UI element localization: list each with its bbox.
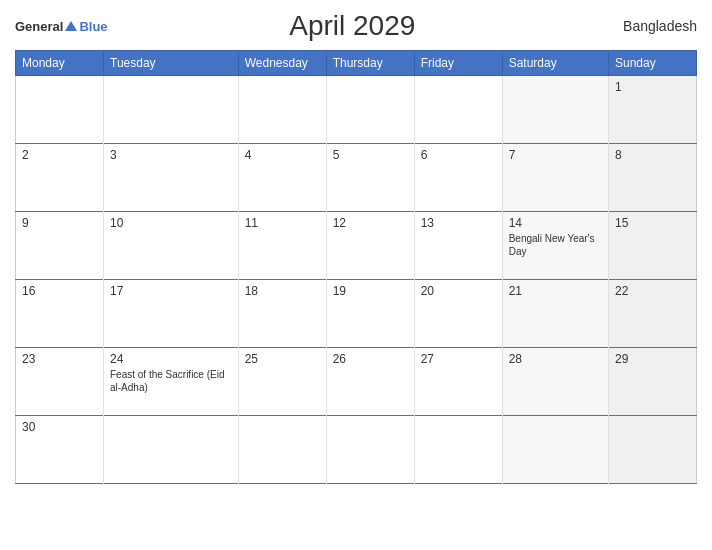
- day-number: 14: [509, 216, 602, 230]
- table-row: [326, 76, 414, 144]
- day-number: 7: [509, 148, 602, 162]
- table-row: 24Feast of the Sacrifice (Eid al-Adha): [104, 348, 239, 416]
- table-row: 26: [326, 348, 414, 416]
- day-number: 8: [615, 148, 690, 162]
- table-row: 29: [608, 348, 696, 416]
- table-row: 21: [502, 280, 608, 348]
- day-number: 26: [333, 352, 408, 366]
- table-row: 3: [104, 144, 239, 212]
- day-number: 2: [22, 148, 97, 162]
- table-row: 5: [326, 144, 414, 212]
- col-friday: Friday: [414, 51, 502, 76]
- day-number: 20: [421, 284, 496, 298]
- col-thursday: Thursday: [326, 51, 414, 76]
- table-row: 9: [16, 212, 104, 280]
- table-row: 16: [16, 280, 104, 348]
- table-row: [238, 416, 326, 484]
- day-number: 10: [110, 216, 232, 230]
- day-number: 18: [245, 284, 320, 298]
- calendar-table: Monday Tuesday Wednesday Thursday Friday…: [15, 50, 697, 484]
- calendar-title: April 2029: [108, 10, 597, 42]
- table-row: 7: [502, 144, 608, 212]
- logo-blue-text: Blue: [79, 19, 107, 34]
- day-number: 28: [509, 352, 602, 366]
- table-row: 19: [326, 280, 414, 348]
- table-row: 25: [238, 348, 326, 416]
- table-row: 4: [238, 144, 326, 212]
- table-row: 14Bengali New Year's Day: [502, 212, 608, 280]
- day-number: 27: [421, 352, 496, 366]
- col-tuesday: Tuesday: [104, 51, 239, 76]
- day-number: 6: [421, 148, 496, 162]
- day-number: 17: [110, 284, 232, 298]
- table-row: [414, 76, 502, 144]
- day-number: 15: [615, 216, 690, 230]
- col-monday: Monday: [16, 51, 104, 76]
- day-number: 3: [110, 148, 232, 162]
- day-number: 12: [333, 216, 408, 230]
- table-row: 10: [104, 212, 239, 280]
- table-row: [502, 76, 608, 144]
- table-row: 22: [608, 280, 696, 348]
- event-label: Bengali New Year's Day: [509, 232, 602, 258]
- day-number: 29: [615, 352, 690, 366]
- day-number: 19: [333, 284, 408, 298]
- day-number: 4: [245, 148, 320, 162]
- day-number: 23: [22, 352, 97, 366]
- day-number: 5: [333, 148, 408, 162]
- table-row: [414, 416, 502, 484]
- table-row: 12: [326, 212, 414, 280]
- day-number: 9: [22, 216, 97, 230]
- table-row: 11: [238, 212, 326, 280]
- day-number: 22: [615, 284, 690, 298]
- col-saturday: Saturday: [502, 51, 608, 76]
- logo-triangle-icon: [65, 21, 77, 31]
- logo-general-text: General: [15, 19, 63, 34]
- table-row: [16, 76, 104, 144]
- day-number: 25: [245, 352, 320, 366]
- table-row: 17: [104, 280, 239, 348]
- table-row: [502, 416, 608, 484]
- logo: General Blue: [15, 19, 108, 34]
- table-row: 15: [608, 212, 696, 280]
- table-row: [608, 416, 696, 484]
- day-number: 16: [22, 284, 97, 298]
- day-number: 24: [110, 352, 232, 366]
- table-row: 13: [414, 212, 502, 280]
- table-row: [238, 76, 326, 144]
- table-row: [104, 416, 239, 484]
- day-number: 30: [22, 420, 97, 434]
- event-label: Feast of the Sacrifice (Eid al-Adha): [110, 368, 232, 394]
- table-row: 18: [238, 280, 326, 348]
- day-number: 1: [615, 80, 690, 94]
- table-row: 30: [16, 416, 104, 484]
- col-sunday: Sunday: [608, 51, 696, 76]
- table-row: 27: [414, 348, 502, 416]
- table-row: 2: [16, 144, 104, 212]
- table-row: 23: [16, 348, 104, 416]
- table-row: [104, 76, 239, 144]
- table-row: 1: [608, 76, 696, 144]
- calendar-header-row: Monday Tuesday Wednesday Thursday Friday…: [16, 51, 697, 76]
- day-number: 11: [245, 216, 320, 230]
- day-number: 21: [509, 284, 602, 298]
- col-wednesday: Wednesday: [238, 51, 326, 76]
- country-label: Bangladesh: [597, 18, 697, 34]
- table-row: 28: [502, 348, 608, 416]
- day-number: 13: [421, 216, 496, 230]
- calendar-header: General Blue April 2029 Bangladesh: [15, 10, 697, 42]
- table-row: [326, 416, 414, 484]
- table-row: 6: [414, 144, 502, 212]
- table-row: 20: [414, 280, 502, 348]
- calendar-body: 1234567891011121314Bengali New Year's Da…: [16, 76, 697, 484]
- table-row: 8: [608, 144, 696, 212]
